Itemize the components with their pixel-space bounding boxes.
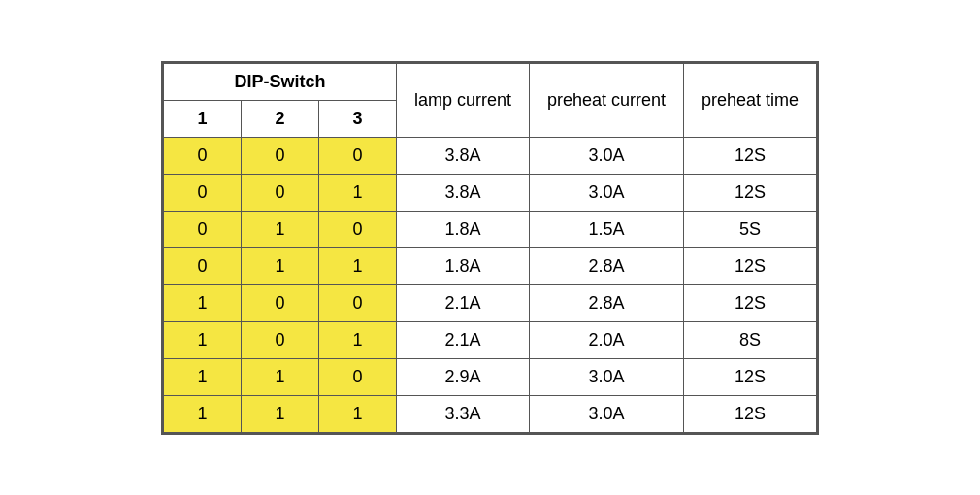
- dip2-cell: 1: [241, 211, 318, 248]
- preheat-cell: 3.0A: [529, 137, 683, 174]
- main-container: DIP-Switch lamp current preheat current …: [161, 61, 819, 435]
- dip2-cell: 1: [241, 248, 318, 284]
- time-cell: 12S: [684, 395, 817, 432]
- time-cell: 5S: [684, 211, 817, 248]
- dip3-cell: 0: [318, 284, 396, 321]
- dip1-cell: 1: [163, 395, 241, 432]
- dip-col1-header: 1: [163, 100, 241, 137]
- preheat-current-header: preheat current: [529, 63, 683, 137]
- preheat-time-header: preheat time: [684, 63, 817, 137]
- lamp-current-header: lamp current: [396, 63, 529, 137]
- time-cell: 12S: [684, 137, 817, 174]
- dip2-cell: 1: [241, 395, 318, 432]
- time-cell: 8S: [684, 321, 817, 358]
- dip3-cell: 0: [318, 211, 396, 248]
- dip1-cell: 0: [163, 137, 241, 174]
- table-body: 0003.8A3.0A12S0013.8A3.0A12S0101.8A1.5A5…: [163, 137, 816, 432]
- time-cell: 12S: [684, 284, 817, 321]
- dip3-cell: 1: [318, 248, 396, 284]
- table-row: 1113.3A3.0A12S: [163, 395, 816, 432]
- lamp-cell: 3.8A: [396, 137, 529, 174]
- lamp-cell: 2.9A: [396, 358, 529, 395]
- table-row: 0101.8A1.5A5S: [163, 211, 816, 248]
- lamp-cell: 1.8A: [396, 211, 529, 248]
- dip-col3-header: 3: [318, 100, 396, 137]
- dip3-cell: 1: [318, 174, 396, 211]
- preheat-cell: 2.8A: [529, 284, 683, 321]
- table-row: 0003.8A3.0A12S: [163, 137, 816, 174]
- table-row: 1002.1A2.8A12S: [163, 284, 816, 321]
- dip-switch-header: DIP-Switch: [163, 63, 396, 100]
- dip3-cell: 1: [318, 321, 396, 358]
- dip1-cell: 0: [163, 211, 241, 248]
- table-row: 1102.9A3.0A12S: [163, 358, 816, 395]
- preheat-cell: 2.0A: [529, 321, 683, 358]
- lamp-cell: 3.3A: [396, 395, 529, 432]
- dip3-cell: 0: [318, 358, 396, 395]
- preheat-cell: 3.0A: [529, 358, 683, 395]
- table-row: 1012.1A2.0A8S: [163, 321, 816, 358]
- preheat-cell: 3.0A: [529, 395, 683, 432]
- preheat-cell: 3.0A: [529, 174, 683, 211]
- dip-col2-header: 2: [241, 100, 318, 137]
- dip1-cell: 1: [163, 358, 241, 395]
- dip3-cell: 0: [318, 137, 396, 174]
- dip2-cell: 0: [241, 284, 318, 321]
- lamp-cell: 2.1A: [396, 284, 529, 321]
- dip-switch-table: DIP-Switch lamp current preheat current …: [163, 63, 817, 433]
- dip2-cell: 0: [241, 321, 318, 358]
- dip2-cell: 0: [241, 137, 318, 174]
- dip1-cell: 0: [163, 248, 241, 284]
- time-cell: 12S: [684, 174, 817, 211]
- time-cell: 12S: [684, 358, 817, 395]
- dip1-cell: 0: [163, 174, 241, 211]
- table-row: 0111.8A2.8A12S: [163, 248, 816, 284]
- dip1-cell: 1: [163, 321, 241, 358]
- lamp-cell: 1.8A: [396, 248, 529, 284]
- preheat-cell: 2.8A: [529, 248, 683, 284]
- header-row-1: DIP-Switch lamp current preheat current …: [163, 63, 816, 100]
- lamp-cell: 3.8A: [396, 174, 529, 211]
- lamp-cell: 2.1A: [396, 321, 529, 358]
- time-cell: 12S: [684, 248, 817, 284]
- dip2-cell: 1: [241, 358, 318, 395]
- preheat-cell: 1.5A: [529, 211, 683, 248]
- dip1-cell: 1: [163, 284, 241, 321]
- table-row: 0013.8A3.0A12S: [163, 174, 816, 211]
- dip3-cell: 1: [318, 395, 396, 432]
- dip2-cell: 0: [241, 174, 318, 211]
